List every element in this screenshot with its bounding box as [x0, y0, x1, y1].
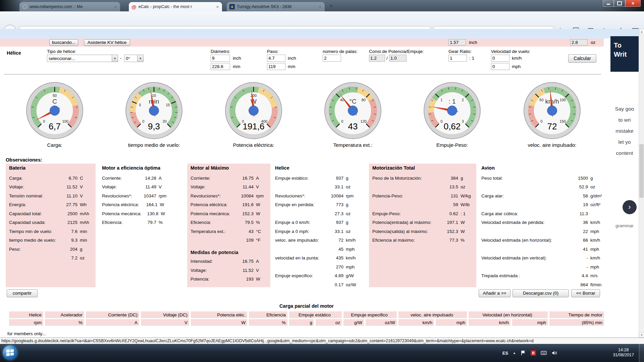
row-unit: oz: [77, 255, 93, 260]
column-group-header: Corriente (DC): [86, 311, 139, 318]
tab-ecalc[interactable]: @ eCalc - propCalc - the most r ×: [129, 2, 222, 11]
row-value: 164.1: [139, 202, 157, 207]
palas-input[interactable]: [323, 55, 341, 62]
const-potencia-input[interactable]: [369, 55, 385, 62]
column-group-header: Helice: [9, 311, 43, 318]
row-label: Potencia-Peso:: [372, 193, 436, 198]
prop-const-field[interactable]: [448, 39, 466, 46]
tray-expand-icon[interactable]: ▲: [513, 351, 516, 355]
observation-row: Eficiencia:79.7%: [102, 218, 170, 227]
observation-row: Empuje-Peso:0.62: 1: [372, 209, 474, 218]
observation-row: Revoluciones*:10347rpm: [102, 191, 170, 200]
minimize-button[interactable]: [603, 0, 614, 7]
new-tab-button[interactable]: +: [329, 3, 333, 9]
velocidad-kmh-input[interactable]: [491, 55, 509, 62]
row-value: 11.49: [136, 184, 156, 189]
const-empuje-input[interactable]: [389, 55, 407, 62]
gear-ratio-input[interactable]: [448, 55, 467, 62]
unit-label: oz: [591, 40, 595, 45]
row-unit: A: [156, 176, 170, 181]
row-label: Eficiencia:: [102, 220, 136, 225]
tipo-helice-select[interactable]: seleccionar... ▼: [47, 55, 118, 62]
column-unit-header: W: [191, 319, 247, 326]
diametro-mm-input[interactable]: [211, 63, 230, 70]
row-value: 11.44: [233, 184, 254, 189]
tab-miliamperios[interactable]: www.miliamperios.com :: Me ×: [19, 2, 120, 11]
prop-weight-field[interactable]: [570, 39, 588, 46]
svg-text:120: 120: [361, 119, 367, 123]
anadir-button[interactable]: Añadir a >>: [479, 289, 511, 297]
paso-label: Paso:: [267, 49, 279, 54]
tab-title: Turnigy Aerodrive SK3 - 2836: [237, 4, 316, 9]
tab-close-icon[interactable]: ×: [113, 4, 117, 9]
row-unit: %: [254, 220, 268, 225]
row-label: tiempo medio de vuelo:: [9, 238, 57, 243]
scroll-down-icon[interactable]: ▼: [639, 332, 644, 338]
gauge-caption: veloc. aire impulsado:: [502, 142, 602, 148]
velocidad-mph-input[interactable]: [491, 63, 509, 70]
language-indicator[interactable]: ES: [502, 351, 508, 356]
keyboard-tray-icon[interactable]: [541, 351, 547, 355]
row-label: Potencia(salida) al máximo:: [372, 229, 436, 234]
row-value: 45: [321, 247, 343, 252]
row-label: velocidad en la punta:: [275, 255, 321, 260]
gauge-caption: Temperatura ext.:: [303, 142, 402, 148]
row-label: Empuje en perdida:: [275, 202, 321, 207]
row-unit: rpm: [254, 193, 268, 198]
page-scrollbar[interactable]: ▲ ▼: [639, 29, 644, 338]
antivirus-tray-icon[interactable]: B: [531, 350, 536, 356]
start-button[interactable]: [3, 345, 17, 360]
paso-inch-input[interactable]: [267, 55, 285, 62]
row-label: Eficiencia:: [191, 220, 233, 225]
row-value: 193: [233, 277, 254, 282]
row-value: 384: [436, 176, 458, 181]
observation-row: Empuje en perdida:773g: [275, 200, 359, 209]
observation-row: 13.5oz: [372, 183, 474, 192]
speaker-icon[interactable]: [551, 350, 557, 356]
observation-row: 109°F: [191, 236, 268, 245]
column-unit-header: g/W: [343, 319, 364, 326]
buscando-button[interactable]: buscando...: [49, 39, 78, 46]
tab-close-icon[interactable]: ×: [318, 4, 322, 9]
table-title: Helice: [275, 164, 359, 174]
row-label: Peso:: [9, 247, 57, 252]
compartir-button[interactable]: compartir: [7, 289, 38, 297]
row-label: Velocidad estimada (en vertical):: [481, 255, 565, 260]
svg-text:0: 0: [341, 119, 343, 123]
observation-row: Revoluciones*:10084rpm: [191, 191, 268, 200]
close-button[interactable]: ×: [625, 0, 641, 7]
dash-label: -: [120, 56, 122, 61]
observation-row: Corriente:14.28A: [102, 174, 170, 183]
scrollbar-thumb[interactable]: [639, 144, 644, 198]
scroll-up-icon[interactable]: ▲: [639, 29, 644, 34]
calcular-button[interactable]: Calcular: [568, 54, 596, 63]
borrar-button[interactable]: << Borrar: [571, 289, 600, 297]
row-value: 2125: [57, 220, 77, 225]
angle-select[interactable]: 0° ▼: [124, 55, 144, 62]
ad-arrow-button[interactable]: ›: [623, 200, 637, 214]
column-group-header: Empuje estático: [289, 311, 342, 318]
row-unit: mAh: [77, 220, 93, 225]
paso-mm-input[interactable]: [267, 63, 285, 70]
ad-headline[interactable]: ToWrit: [610, 36, 639, 72]
row-unit: V: [77, 193, 93, 198]
taskbar-clock[interactable]: 14:28 31/08/2017: [613, 348, 634, 358]
tab-close-icon[interactable]: ×: [215, 4, 219, 9]
flag-icon[interactable]: [521, 350, 526, 356]
observation-table-motor-a-eficiencia-ptima: Motor a eficiencia óptimaCorriente:14.28…: [101, 164, 170, 227]
descargar-csv-button[interactable]: Descargar.csv (0): [513, 289, 569, 297]
maximize-button[interactable]: [614, 0, 625, 7]
diametro-inch-input[interactable]: [211, 55, 230, 62]
ring-logo-icon: [22, 4, 28, 9]
unit-label: mm: [288, 64, 296, 69]
observation-row: Eficiencia:79.5%: [191, 218, 268, 227]
row-unit: oz/W: [343, 282, 359, 287]
observation-row: 0.17oz/W: [275, 280, 359, 289]
show-desktop-button[interactable]: [639, 344, 644, 362]
tab-turnigy[interactable]: ♛ Turnigy Aerodrive SK3 - 2836 ×: [227, 2, 325, 11]
observation-row: Peso total:1500g: [481, 174, 607, 183]
tab-title: eCalc - propCalc - the most r: [139, 4, 214, 9]
row-value: 11.10: [57, 193, 77, 198]
asistente-kv-button[interactable]: Asistente KV hélice: [84, 39, 130, 46]
row-value: 191.6: [233, 202, 254, 207]
